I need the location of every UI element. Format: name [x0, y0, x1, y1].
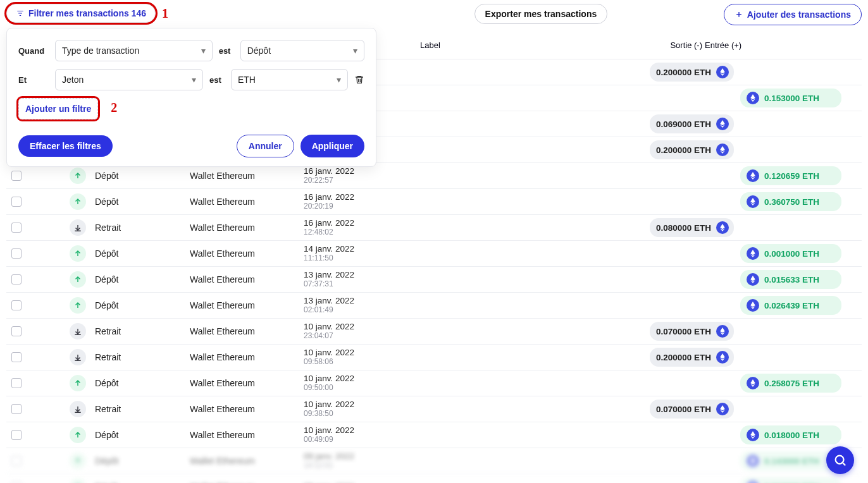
- filter-field-2[interactable]: Jeton ▾: [55, 69, 203, 90]
- withdraw-icon: [70, 323, 86, 339]
- row-checkbox[interactable]: [11, 248, 22, 259]
- export-transactions-button[interactable]: Exporter mes transactions: [474, 4, 608, 24]
- row-checkbox[interactable]: [11, 430, 22, 440]
- filter-when-label: Quand: [18, 46, 49, 56]
- transaction-wallet: Wallet Ethereum: [190, 223, 304, 233]
- eth-icon: [716, 221, 729, 234]
- filter-field-1[interactable]: Type de transaction ▾: [55, 40, 213, 61]
- deposit-icon: [70, 168, 86, 184]
- filter-value-2[interactable]: ETH ▾: [231, 69, 348, 90]
- deposit-icon: [70, 271, 86, 288]
- transaction-row[interactable]: Dépôt Wallet Ethereum 10 janv. 202209:50…: [6, 370, 862, 396]
- cancel-button[interactable]: Annuler: [237, 135, 294, 157]
- row-checkbox[interactable]: [11, 326, 22, 336]
- row-checkbox[interactable]: [11, 274, 22, 284]
- eth-icon: [747, 195, 759, 208]
- filter-is-label-1: est: [219, 46, 234, 56]
- deposit-icon: [70, 375, 86, 391]
- transaction-wallet: Wallet Ethereum: [190, 378, 304, 388]
- amount-out: 0.200000 ETH: [650, 348, 734, 367]
- chevron-down-icon: ▾: [353, 46, 357, 56]
- row-checkbox[interactable]: [11, 378, 22, 388]
- filter-value-1[interactable]: Dépôt ▾: [240, 40, 364, 61]
- transaction-wallet: Wallet Ethereum: [190, 326, 304, 336]
- transaction-row[interactable]: Retrait Wallet Ethereum 16 janv. 202212:…: [6, 215, 862, 241]
- eth-icon: [747, 247, 759, 260]
- filter-transactions-button[interactable]: Filtrer mes transactions 146: [6, 4, 156, 23]
- transaction-date: 16 janv. 202220:20:19: [304, 192, 418, 211]
- filter-popover: Quand Type de transaction ▾ est Dépôt ▾ …: [6, 28, 376, 167]
- deposit-icon: [70, 193, 86, 210]
- amount-out: 0.200000 ETH: [650, 140, 734, 159]
- transaction-wallet: Wallet Ethereum: [190, 430, 304, 440]
- amount-in: 0.360750 ETH: [740, 192, 841, 211]
- amount-in: 0.258075 ETH: [740, 374, 841, 393]
- transaction-row[interactable]: Dépôt Wallet Ethereum 16 janv. 202220:20…: [6, 189, 862, 215]
- transaction-type: Dépôt: [95, 456, 190, 466]
- filter-field-1-value: Type de transaction: [62, 46, 139, 56]
- transaction-row[interactable]: Dépôt Wallet Ethereum 10 janv. 202200:49…: [6, 422, 862, 448]
- filter-is-label-2: est: [209, 75, 225, 85]
- filter-value-2-text: ETH: [238, 75, 256, 85]
- delete-filter-icon[interactable]: [354, 75, 364, 85]
- apply-button[interactable]: Appliquer: [301, 135, 364, 157]
- callout-2: 2: [111, 101, 117, 115]
- transaction-type: Retrait: [95, 352, 190, 362]
- search-fab[interactable]: [826, 446, 854, 474]
- amount-in: 0.018000 ETH: [740, 425, 841, 444]
- transaction-wallet: Wallet Ethereum: [190, 171, 304, 181]
- row-checkbox[interactable]: [11, 404, 22, 414]
- filter-and-label: Et: [18, 75, 31, 85]
- clear-filters-button[interactable]: Effacer les filtres: [18, 135, 113, 157]
- transaction-date: 09 janv. 202214:12:01: [304, 451, 418, 470]
- transaction-row[interactable]: Dépôt Wallet Ethereum 13 janv. 202207:37…: [6, 267, 862, 293]
- chevron-down-icon: ▾: [201, 46, 206, 56]
- transaction-type: Dépôt: [95, 248, 190, 259]
- row-checkbox[interactable]: [11, 171, 22, 181]
- row-checkbox[interactable]: [11, 223, 22, 233]
- transaction-row[interactable]: Retrait Wallet Ethereum 10 janv. 202209:…: [6, 396, 862, 422]
- amount-out: 0.080000 ETH: [650, 218, 734, 237]
- transaction-row[interactable]: Dépôt Wallet Ethereum 13 janv. 202202:01…: [6, 293, 862, 319]
- eth-icon: [716, 403, 729, 415]
- eth-icon: [747, 455, 759, 467]
- transaction-type: Dépôt: [95, 197, 190, 207]
- transaction-type: Dépôt: [95, 274, 190, 284]
- transaction-row[interactable]: Dépôt Wallet Ethereum 16 janv. 202220:22…: [6, 163, 862, 189]
- withdraw-icon: [70, 349, 86, 365]
- transaction-wallet: Wallet Ethereum: [190, 404, 304, 414]
- transaction-date: 10 janv. 202200:49:09: [304, 425, 418, 444]
- transaction-row[interactable]: Dépôt Wallet Ethereum 14 janv. 202211:11…: [6, 241, 862, 267]
- filter-value-1-text: Dépôt: [247, 46, 271, 56]
- transaction-wallet: Wallet Ethereum: [190, 197, 304, 207]
- transaction-wallet: Wallet Ethereum: [190, 300, 304, 310]
- amount-out: 0.069000 ETH: [650, 114, 734, 133]
- transaction-wallet: Wallet Ethereum: [190, 274, 304, 284]
- deposit-icon: [70, 427, 86, 443]
- col-out: Sortie (-): [639, 40, 702, 50]
- row-checkbox[interactable]: [11, 300, 22, 310]
- eth-icon: [716, 325, 729, 338]
- amount-in: 0.012000 ETH: [740, 477, 841, 483]
- amount-out: 0.070000 ETH: [650, 322, 734, 341]
- eth-icon: [747, 377, 759, 389]
- plus-icon: ＋: [735, 9, 743, 20]
- transaction-row[interactable]: Dépôt Wallet Ethereum 09 janv. 2022 0.01…: [6, 474, 862, 483]
- row-checkbox[interactable]: [11, 352, 22, 362]
- row-checkbox[interactable]: [11, 197, 22, 207]
- transaction-row[interactable]: Retrait Wallet Ethereum 10 janv. 202209:…: [6, 345, 862, 370]
- add-filter-button[interactable]: Ajouter un filtre: [18, 98, 98, 119]
- transaction-row[interactable]: Dépôt Wallet Ethereum 09 janv. 202214:12…: [6, 448, 862, 474]
- deposit-icon: [70, 245, 86, 262]
- transaction-date: 16 janv. 202212:48:02: [304, 218, 418, 236]
- transaction-type: Dépôt: [95, 430, 190, 440]
- transaction-wallet: Wallet Ethereum: [190, 352, 304, 362]
- row-checkbox[interactable]: [11, 456, 22, 466]
- transaction-date: 10 janv. 202223:04:07: [304, 322, 418, 340]
- transaction-date: 13 janv. 202202:01:49: [304, 296, 418, 314]
- amount-out: 0.200000 ETH: [650, 63, 734, 82]
- amount-in: 0.015633 ETH: [740, 270, 841, 289]
- transaction-row[interactable]: Retrait Wallet Ethereum 10 janv. 202223:…: [6, 319, 862, 345]
- amount-out: 0.070000 ETH: [650, 400, 734, 419]
- add-transactions-button[interactable]: ＋ Ajouter des transactions: [724, 4, 862, 25]
